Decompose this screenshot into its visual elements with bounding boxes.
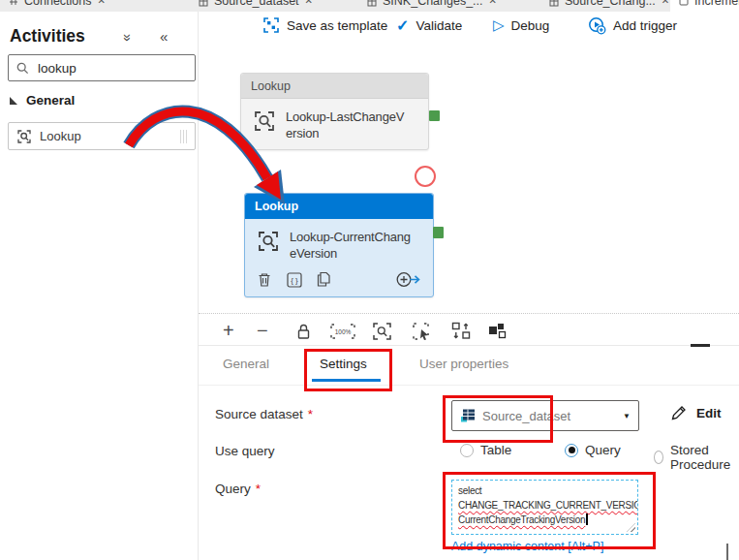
annotation-circle [415, 166, 436, 187]
dataset-icon [367, 0, 377, 7]
pencil-icon [670, 404, 688, 421]
activity-type-header: Lookup [245, 194, 433, 219]
query-textarea[interactable]: selectCHANGE_TRACKING_CURRENT_VERSION() … [451, 480, 638, 535]
pipeline-canvas[interactable]: Lookup Lookup-LastChangeVersion Lookup [199, 44, 739, 314]
required-asterisk: * [256, 482, 261, 496]
window-tab-strip: Connections ✕ Source_dataset ✕ SINK_Chan… [0, 0, 739, 12]
lookup-icon [253, 109, 276, 133]
radio-icon [565, 444, 578, 457]
canvas-toolbar: + − 100% [199, 320, 739, 345]
save-as-template-label: Save as template [287, 18, 387, 33]
edit-label: Edit [696, 406, 722, 420]
panel-resize-handle[interactable] [691, 344, 710, 347]
template-icon [262, 16, 280, 34]
radio-label: Table [480, 443, 511, 457]
tab-connections[interactable]: Connections ✕ [0, 0, 191, 12]
pipeline-icon [679, 0, 689, 7]
activities-title: Activities [10, 26, 85, 47]
section-general-label: General [26, 93, 75, 108]
drag-handle[interactable] [180, 130, 187, 143]
search-input[interactable] [36, 60, 156, 77]
activity-type-header: Lookup [241, 74, 428, 99]
radio-query[interactable]: Query [565, 443, 621, 457]
check-icon: ✓ [396, 16, 409, 35]
scrollbar-thumb[interactable] [726, 544, 728, 560]
close-icon[interactable]: ✕ [662, 0, 669, 12]
activity-name: Lookup-CurrentChangeVersion [290, 230, 412, 262]
tab-sink-changes[interactable]: SINK_Changes_... ✕ [358, 0, 541, 12]
source-dataset-dropdown[interactable]: Source_dataset ▼ [451, 400, 639, 431]
close-icon[interactable]: ✕ [489, 0, 497, 12]
code-braces-icon[interactable]: { } [287, 272, 302, 288]
radio-label: Query [585, 443, 621, 457]
edit-dataset-button[interactable]: Edit [670, 404, 722, 421]
close-icon[interactable]: ✕ [305, 0, 313, 12]
delete-icon[interactable] [257, 271, 272, 288]
collapse-panel-icon[interactable]: « [160, 28, 168, 45]
zoom-reset-icon[interactable]: 100% [330, 324, 355, 343]
dataset-icon [549, 0, 559, 7]
collapse-all-icon[interactable]: » [120, 34, 136, 42]
tab-label: Source_Chang... [565, 0, 656, 12]
tab-user-properties[interactable]: User properties [419, 357, 508, 371]
auto-align-icon[interactable] [451, 322, 471, 344]
chevron-down-icon[interactable]: ▼ [623, 412, 631, 420]
add-trigger-button[interactable]: Add trigger [588, 16, 677, 35]
tab-label: Connections [24, 0, 92, 12]
add-dynamic-content-link[interactable]: Add dynamic content [Alt+P] [451, 540, 603, 553]
save-as-template-button[interactable]: Save as template [262, 16, 387, 34]
validate-label: Validate [416, 18, 462, 33]
tab-label: Source_dataset [214, 0, 299, 12]
pipeline-toolbar: Save as template ✓ Validate ▷ Debug Add … [199, 12, 739, 45]
radio-table[interactable]: Table [460, 443, 511, 457]
zoom-level-text: 100% [335, 328, 352, 335]
source-dataset-value: Source_dataset [482, 409, 570, 423]
add-output-icon[interactable] [396, 271, 422, 288]
lookup-icon [257, 230, 280, 253]
activities-search[interactable] [8, 54, 196, 81]
activity-lookup-lastchangeversion[interactable]: Lookup Lookup-LastChangeVersion [240, 73, 429, 150]
tab-source-chang[interactable]: Source_Chang... ✕ [540, 0, 671, 12]
tabs-bottom-border [199, 385, 739, 386]
show-related-nodes-icon[interactable] [488, 323, 507, 343]
connections-icon [9, 0, 18, 7]
sidebar-item-lookup[interactable]: Lookup [8, 122, 196, 150]
tab-label: Increment... [694, 0, 739, 12]
panel-divider [199, 345, 739, 346]
tab-settings[interactable]: Settings [320, 357, 367, 371]
expand-triangle-icon [10, 97, 17, 105]
source-dataset-label: Source dataset* [215, 407, 313, 421]
activity-lookup-currentchangeversion[interactable]: Lookup Lookup-CurrentChangeVersion { } [244, 193, 434, 297]
radio-icon [460, 444, 474, 457]
validate-button[interactable]: ✓ Validate [396, 16, 462, 35]
section-general[interactable]: General [10, 93, 75, 108]
query-label: Query* [215, 482, 261, 496]
close-icon[interactable]: ✕ [98, 0, 106, 12]
active-tab-underline [312, 379, 381, 382]
svg-text:{ }: { } [291, 276, 298, 285]
tab-label: SINK_Changes_... [383, 0, 483, 12]
radio-stored-procedure[interactable]: Stored Procedure [654, 443, 739, 472]
zoom-out-icon[interactable]: − [257, 320, 268, 341]
multi-select-icon[interactable] [413, 323, 431, 344]
dataset-icon [460, 408, 476, 423]
trigger-icon [588, 16, 606, 35]
dataset-icon [199, 0, 208, 7]
zoom-in-icon[interactable]: + [223, 320, 234, 341]
activity-name: Lookup-LastChangeVersion [286, 109, 408, 141]
lock-canvas-icon[interactable] [295, 323, 312, 344]
lookup-icon [16, 129, 32, 144]
search-icon [16, 62, 29, 75]
tab-general[interactable]: General [223, 357, 269, 371]
radio-icon [654, 451, 663, 464]
add-trigger-label: Add trigger [613, 18, 677, 33]
zoom-to-fit-icon[interactable] [373, 323, 391, 344]
radio-label: Stored Procedure [670, 443, 739, 472]
tab-increment-active[interactable]: Increment... [670, 0, 739, 12]
use-query-label: Use query [215, 444, 275, 458]
sidebar-item-label: Lookup [40, 129, 81, 143]
tab-source-dataset[interactable]: Source_dataset ✕ [190, 0, 359, 12]
success-status-square [433, 227, 444, 238]
clone-icon[interactable] [317, 271, 332, 288]
debug-button[interactable]: ▷ Debug [493, 16, 549, 34]
